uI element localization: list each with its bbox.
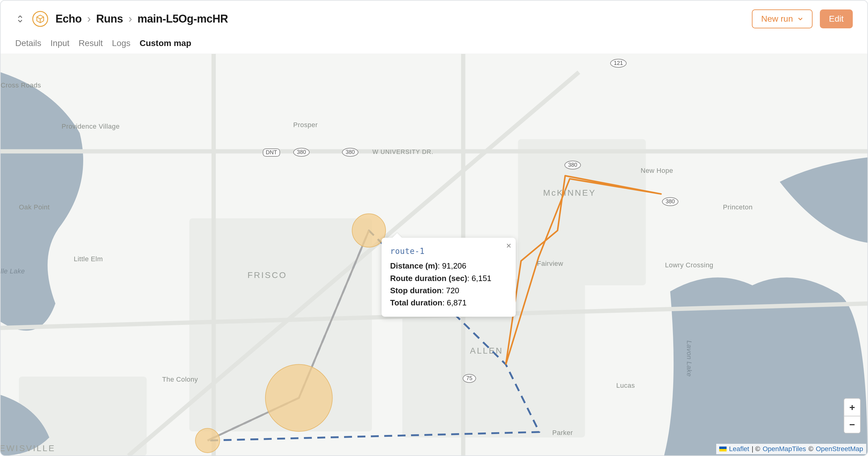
new-run-button[interactable]: New run xyxy=(752,9,812,28)
header: Echo › Runs › main-L5Og-mcHR New run Edi… xyxy=(1,1,867,31)
breadcrumb-section[interactable]: Runs xyxy=(96,12,123,25)
edit-label: Edit xyxy=(829,14,844,24)
breadcrumb-item: main-L5Og-mcHR xyxy=(137,12,228,25)
map-attribution: Leaflet | © OpenMapTiles © OpenStreetMap xyxy=(716,444,866,454)
tab-input[interactable]: Input xyxy=(51,38,69,48)
edit-button[interactable]: Edit xyxy=(820,9,853,28)
route-popup: ✕ route-1 Distance (m): 91,206 Route dur… xyxy=(381,238,516,317)
leaflet-link[interactable]: Leaflet xyxy=(729,445,749,453)
svg-point-7 xyxy=(352,214,385,247)
popup-row-route-duration: Route duration (sec): 6,151 xyxy=(390,272,507,284)
svg-point-5 xyxy=(195,428,220,453)
map-area[interactable]: Providence Village Cross Roads Oak Point… xyxy=(1,54,867,455)
openmaptiles-link[interactable]: OpenMapTiles xyxy=(763,445,806,453)
popup-close-icon[interactable]: ✕ xyxy=(506,241,512,251)
svg-point-6 xyxy=(266,365,333,432)
zoom-in-button[interactable]: + xyxy=(844,399,860,416)
zoom-out-button[interactable]: − xyxy=(844,416,860,433)
chevron-down-icon xyxy=(797,16,803,22)
popup-title: route-1 xyxy=(390,245,507,257)
popup-row-total-duration: Total duration: 6,871 xyxy=(390,297,507,309)
breadcrumb: Echo › Runs › main-L5Og-mcHR xyxy=(56,12,228,25)
tab-custom-map[interactable]: Custom map xyxy=(140,38,191,48)
breadcrumb-app[interactable]: Echo xyxy=(56,12,82,25)
new-run-label: New run xyxy=(761,14,793,24)
collapse-toggle[interactable] xyxy=(15,14,25,24)
chevron-right-icon: › xyxy=(87,12,91,25)
app-cube-icon xyxy=(32,11,48,27)
ukraine-flag-icon xyxy=(719,447,726,451)
osm-link[interactable]: OpenStreetMap xyxy=(816,445,863,453)
app-root: Echo › Runs › main-L5Og-mcHR New run Edi… xyxy=(0,0,868,456)
tab-result[interactable]: Result xyxy=(79,38,103,48)
zoom-control: + − xyxy=(844,398,861,433)
tab-details[interactable]: Details xyxy=(15,38,41,48)
popup-row-distance: Distance (m): 91,206 xyxy=(390,260,507,272)
chevron-right-icon: › xyxy=(129,12,132,25)
tab-logs[interactable]: Logs xyxy=(112,38,130,48)
popup-row-stop-duration: Stop duration: 720 xyxy=(390,284,507,297)
tabs: Details Input Result Logs Custom map xyxy=(1,31,867,54)
